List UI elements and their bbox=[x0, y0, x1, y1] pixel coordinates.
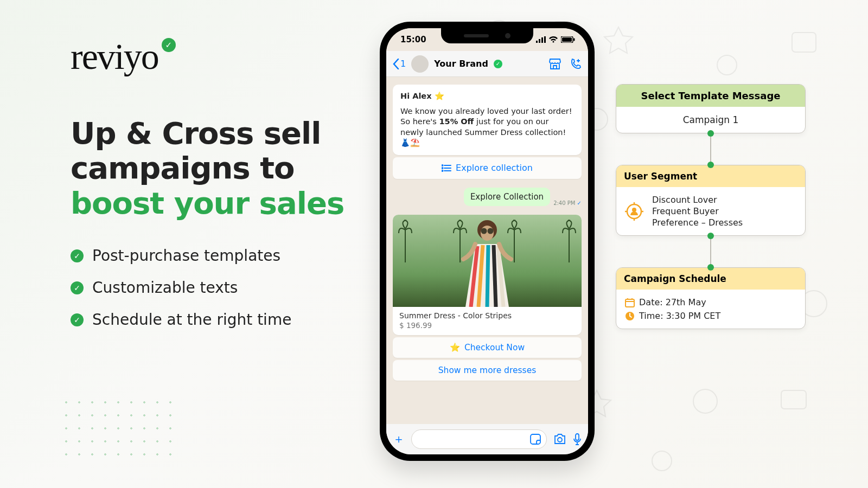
feature-bullets: ✓Post-purchase templates ✓Customizable t… bbox=[71, 247, 353, 329]
svg-point-27 bbox=[442, 168, 443, 169]
svg-point-34 bbox=[481, 228, 487, 234]
segment-line: Preference – Dresses bbox=[652, 217, 743, 228]
headline-line1: Up & Cross sell bbox=[71, 116, 353, 151]
template-value: Campaign 1 bbox=[683, 114, 739, 125]
date-value: 27th May bbox=[666, 297, 706, 307]
phone-mockup: 15:00 1 Your Brand ✓ Hi Alex ⭐ We bbox=[380, 22, 595, 461]
svg-rect-38 bbox=[576, 434, 579, 440]
template-card[interactable]: Select Template Message Campaign 1 bbox=[616, 84, 806, 133]
back-button[interactable]: 1 bbox=[393, 59, 406, 69]
svg-rect-45 bbox=[626, 299, 634, 307]
svg-rect-14 bbox=[781, 390, 806, 409]
bullet-item: ✓Customizable texts bbox=[71, 279, 353, 297]
more-label: Show me more dresses bbox=[438, 365, 537, 375]
verified-badge-icon: ✓ bbox=[162, 38, 176, 52]
product-card[interactable]: Summer Dress - Color Stripes $ 196.99 bbox=[393, 215, 582, 335]
svg-rect-3 bbox=[792, 33, 816, 52]
shop-icon[interactable] bbox=[549, 59, 561, 69]
time-value: 3:30 PM CET bbox=[666, 311, 721, 321]
svg-rect-17 bbox=[539, 39, 540, 43]
svg-point-13 bbox=[693, 389, 717, 413]
bullet-text: Post-purchase templates bbox=[92, 247, 280, 265]
chevron-left-icon bbox=[393, 59, 399, 69]
schedule-title: Campaign Schedule bbox=[616, 268, 805, 290]
brand-name[interactable]: Your Brand bbox=[434, 59, 488, 69]
reply-time: 2:40 PM bbox=[553, 200, 575, 206]
checkout-button[interactable]: ⭐Checkout Now bbox=[393, 337, 582, 358]
wifi-icon bbox=[549, 36, 558, 43]
left-column: reviyo ✓ Up & Cross sell campaigns to bo… bbox=[71, 35, 353, 329]
svg-point-35 bbox=[488, 228, 494, 234]
product-title: Summer Dress - Color Stripes bbox=[399, 311, 575, 320]
camera-icon[interactable] bbox=[553, 434, 566, 445]
more-dresses-button[interactable]: Show me more dresses bbox=[393, 360, 582, 381]
segment-card[interactable]: User Segment Discount Lover Frequent Buy… bbox=[616, 165, 806, 236]
status-icons bbox=[536, 36, 575, 43]
segment-line: Frequent Buyer bbox=[652, 206, 743, 216]
time-label: Time: bbox=[639, 311, 666, 321]
calendar-icon bbox=[625, 298, 635, 307]
chat-input-bar: ＋ bbox=[386, 424, 588, 454]
svg-point-40 bbox=[632, 208, 636, 212]
segment-title: User Segment bbox=[616, 165, 805, 187]
sticker-icon[interactable] bbox=[530, 434, 541, 445]
battery-icon bbox=[561, 36, 575, 43]
svg-rect-19 bbox=[544, 36, 546, 43]
signal-icon bbox=[536, 36, 546, 43]
svg-rect-16 bbox=[536, 41, 538, 43]
bullet-item: ✓Schedule at the right time bbox=[71, 311, 353, 329]
list-icon bbox=[442, 164, 451, 172]
status-time: 15:00 bbox=[400, 35, 426, 44]
decorative-dots bbox=[60, 396, 179, 466]
flow-connector bbox=[710, 133, 711, 165]
date-label: Date: bbox=[639, 297, 666, 307]
clock-icon bbox=[625, 311, 635, 321]
svg-rect-22 bbox=[573, 38, 575, 41]
target-user-icon bbox=[625, 202, 643, 221]
product-price: $ 196.99 bbox=[399, 321, 575, 330]
segment-line: Discount Lover bbox=[652, 195, 743, 205]
star-icon: ⭐ bbox=[450, 343, 460, 352]
msg-greeting: Hi Alex ⭐ bbox=[400, 91, 574, 102]
msg-offer: 15% Off bbox=[439, 117, 474, 126]
explore-label: Explore collection bbox=[456, 163, 533, 173]
read-receipt-icon: ✓ bbox=[577, 200, 582, 206]
chat-header: 1 Your Brand ✓ bbox=[386, 51, 588, 77]
chat-body: Hi Alex ⭐ We know you already loved your… bbox=[386, 77, 588, 424]
headline: Up & Cross sell campaigns to boost your … bbox=[71, 116, 353, 221]
svg-rect-18 bbox=[541, 37, 543, 43]
checkout-label: Checkout Now bbox=[464, 343, 525, 352]
incoming-message: Hi Alex ⭐ We know you already loved your… bbox=[393, 85, 582, 155]
explore-collection-button[interactable]: Explore collection bbox=[393, 157, 582, 179]
model-illustration bbox=[449, 220, 525, 307]
bullet-text: Customizable texts bbox=[92, 279, 238, 297]
phone-screen: 15:00 1 Your Brand ✓ Hi Alex ⭐ We bbox=[386, 28, 588, 454]
bullet-item: ✓Post-purchase templates bbox=[71, 247, 353, 265]
product-image bbox=[393, 215, 582, 307]
schedule-card[interactable]: Campaign Schedule Date: 27th May Time: 3… bbox=[616, 267, 806, 329]
verified-icon: ✓ bbox=[494, 60, 502, 68]
check-icon: ✓ bbox=[71, 249, 84, 262]
phone-notch bbox=[441, 28, 533, 43]
call-icon[interactable] bbox=[570, 58, 582, 70]
headline-accent: boost your sales bbox=[71, 186, 353, 221]
promo-stage: { "brand": {"name": "reviyo"}, "headline… bbox=[0, 0, 868, 488]
reply-chip: Explore Collection bbox=[464, 188, 550, 206]
avatar[interactable] bbox=[411, 55, 429, 73]
svg-point-15 bbox=[652, 451, 672, 471]
svg-rect-36 bbox=[531, 434, 540, 444]
plus-icon[interactable]: ＋ bbox=[393, 431, 405, 447]
logo: reviyo ✓ bbox=[71, 35, 353, 78]
svg-point-2 bbox=[717, 55, 737, 75]
campaign-flow: Select Template Message Campaign 1 User … bbox=[616, 84, 806, 329]
flow-connector bbox=[710, 236, 711, 267]
mic-icon[interactable] bbox=[573, 433, 582, 445]
svg-rect-21 bbox=[562, 37, 572, 42]
template-title: Select Template Message bbox=[616, 85, 805, 107]
check-icon: ✓ bbox=[71, 281, 84, 294]
back-count: 1 bbox=[400, 59, 406, 69]
logo-text: reviyo bbox=[71, 35, 158, 78]
svg-point-26 bbox=[442, 165, 443, 166]
message-input[interactable] bbox=[411, 429, 547, 449]
svg-point-28 bbox=[442, 170, 443, 171]
